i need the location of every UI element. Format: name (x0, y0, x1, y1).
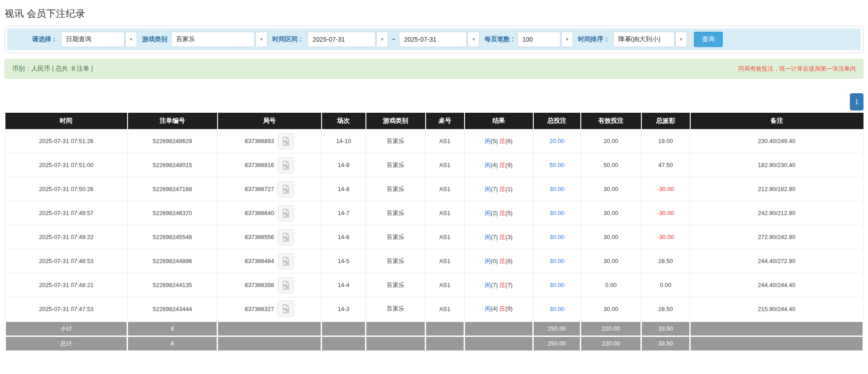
cell-table-number: AS1 (426, 273, 465, 297)
cell-session: 14-10 (322, 129, 366, 153)
game-number: 637386398 (245, 282, 274, 288)
page-1-button[interactable]: 1 (850, 93, 863, 110)
date-from-input[interactable] (308, 32, 375, 47)
select-type-input[interactable] (61, 32, 124, 47)
result-player-score: (0) (491, 258, 498, 264)
empty-cell (465, 321, 533, 336)
cell-total-bet[interactable]: 30.00 (533, 177, 581, 201)
result-player: 闲 (485, 258, 491, 264)
game-category-label: 游戏类别 (142, 35, 167, 43)
cell-payout: 28.50 (641, 249, 690, 273)
table-body: 2025-07-31 07:51:26522698248629637386893… (5, 129, 863, 321)
time-sort-input[interactable] (613, 32, 674, 47)
caret-down-icon[interactable]: ▼ (376, 32, 388, 47)
column-header: 有效投注 (581, 113, 641, 129)
date-to-input[interactable] (399, 32, 467, 47)
cell-table-number: AS1 (426, 225, 465, 249)
cell-bet-number: 522698248629 (128, 129, 218, 153)
empty-cell (426, 336, 465, 351)
view-video-button[interactable] (278, 181, 294, 197)
cell-game-category: 百家乐 (366, 201, 426, 225)
cell-game-category: 百家乐 (366, 297, 426, 321)
time-sort-dropdown: ▼ (613, 32, 687, 47)
cell-total-bet[interactable]: 20.00 (533, 129, 581, 153)
grand-total-valid-bet: 220.00 (581, 336, 641, 351)
cell-time: 2025-07-31 07:48:21 (5, 273, 128, 297)
cell-total-bet[interactable]: 30.00 (533, 249, 581, 273)
cell-game-number: 637386398 (218, 273, 322, 297)
cell-table-number: AS1 (426, 153, 465, 177)
cell-note: 272.90/242.90 (690, 225, 863, 249)
select-type-dropdown: ▼ (61, 32, 137, 47)
result-banker-score: (9) (505, 305, 512, 312)
cell-total-bet[interactable]: 30.00 (533, 273, 581, 297)
cell-total-bet[interactable]: 30.00 (533, 225, 581, 249)
view-video-button[interactable] (278, 133, 294, 149)
game-number: 637386484 (245, 258, 274, 264)
result-player-score: (4) (491, 305, 498, 312)
caret-down-icon[interactable]: ▼ (468, 32, 479, 47)
cell-bet-number: 522698245548 (128, 225, 218, 249)
table-row: 2025-07-31 07:51:00522698248015637386816… (5, 153, 863, 177)
result-player-score: (7) (491, 186, 498, 192)
view-video-button[interactable] (278, 205, 294, 221)
view-video-button[interactable] (278, 253, 294, 269)
result-player: 闲 (485, 234, 491, 240)
cell-payout: -30.00 (641, 177, 690, 201)
currency-total-text: 币别：人民币 | 总共 :8 注单 | (12, 65, 93, 73)
result-banker: 庄 (499, 234, 505, 240)
cell-game-number: 637386484 (218, 249, 322, 273)
cell-total-bet[interactable]: 30.00 (533, 201, 581, 225)
caret-down-icon[interactable]: ▼ (125, 32, 137, 47)
cell-total-bet[interactable]: 50.00 (533, 153, 581, 177)
cell-note: 244.40/244.40 (690, 273, 863, 297)
result-banker: 庄 (499, 210, 505, 216)
cell-valid-bet: 30.00 (581, 249, 641, 273)
video-file-icon (281, 136, 291, 146)
date-range-label: 时间区间： (272, 35, 304, 43)
search-button[interactable]: 查询 (694, 32, 723, 47)
column-header: 备注 (690, 113, 863, 129)
caret-down-icon[interactable]: ▼ (675, 32, 687, 47)
cell-time: 2025-07-31 07:50:26 (5, 177, 128, 201)
game-number: 637386893 (245, 138, 274, 144)
table-row: 2025-07-31 07:48:53522698244896637386484… (5, 249, 863, 273)
game-category-input[interactable] (171, 32, 255, 47)
cell-result: 闲(7) 庄(1) (465, 177, 533, 201)
filter-group-per-page: 每页笔数 : ▼ (484, 32, 573, 47)
column-header: 桌号 (426, 113, 465, 129)
subtotal-count: 8 (128, 321, 218, 336)
video-file-icon (281, 160, 291, 170)
empty-cell (218, 321, 322, 336)
column-header: 场次 (322, 113, 366, 129)
filter-panel: 请选择： ▼ 游戏类别 ▼ 时间区间： ▼ ~ (5, 26, 863, 53)
result-player-score: (4) (491, 162, 498, 168)
empty-cell (218, 336, 322, 351)
result-banker: 庄 (499, 282, 505, 288)
cell-session: 14-7 (322, 201, 366, 225)
video-file-icon (281, 304, 291, 314)
caret-down-icon[interactable]: ▼ (256, 32, 267, 47)
cell-table-number: AS1 (426, 201, 465, 225)
bet-records-table: 时间注单编号局号场次游戏类别桌号结果总投注有效投注总派彩备注 2025-07-3… (5, 113, 864, 352)
per-page-input[interactable] (517, 32, 560, 47)
caret-down-icon[interactable]: ▼ (561, 32, 573, 47)
view-video-button[interactable] (278, 301, 294, 317)
view-video-button[interactable] (278, 157, 294, 173)
cell-session: 14-9 (322, 153, 366, 177)
result-banker-score: (6) (505, 138, 512, 144)
cell-total-bet[interactable]: 30.00 (533, 297, 581, 321)
video-file-icon (281, 256, 291, 266)
subtotal-row: 小计 8 250.00 220.00 33.50 (5, 321, 863, 336)
empty-cell (465, 336, 533, 351)
result-banker-score: (3) (505, 234, 512, 240)
result-banker-score: (9) (505, 162, 512, 168)
cell-payout: 19.00 (641, 129, 690, 153)
cell-table-number: AS1 (426, 177, 465, 201)
cell-note: 230.40/249.40 (690, 129, 863, 153)
per-page-label: 每页笔数 : (484, 35, 514, 43)
view-video-button[interactable] (278, 277, 294, 293)
view-video-button[interactable] (278, 229, 294, 245)
result-banker: 庄 (499, 305, 505, 312)
cell-result: 闲(4) 庄(9) (465, 297, 533, 321)
